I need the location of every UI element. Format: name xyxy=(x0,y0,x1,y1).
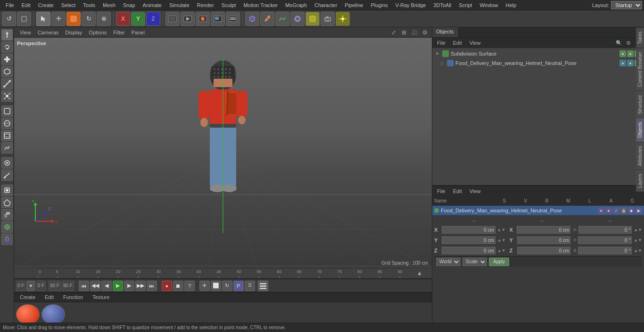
render-to-picture-button[interactable] xyxy=(211,12,225,26)
coord-y-arrow[interactable]: ▲▼ xyxy=(497,238,506,243)
tab-objects[interactable]: Objects xyxy=(432,27,458,37)
coord-p-input[interactable] xyxy=(578,236,632,244)
3d-viewport[interactable]: X Y Z Perspective Grid Spacing : 100 cm xyxy=(14,38,432,268)
uv-mode-button[interactable] xyxy=(1,130,13,141)
prev-frame-button[interactable]: ◀ xyxy=(101,281,112,291)
point-mode-button[interactable] xyxy=(1,90,13,102)
object-mode-button[interactable] xyxy=(1,105,13,117)
menu-motion-tracker[interactable]: Motion Tracker xyxy=(239,1,281,9)
layout-dropdown[interactable]: Startup xyxy=(611,1,642,9)
rotate-tool-button[interactable]: ↻ xyxy=(82,12,96,26)
selected-object-row[interactable]: Food_Delivery_Man_wearing_Helmet_Neutral… xyxy=(432,206,644,215)
menu-simulate[interactable]: Simulate xyxy=(165,1,193,9)
redo-button[interactable] xyxy=(17,12,31,26)
render-region-button[interactable] xyxy=(165,12,180,26)
apply-button[interactable]: Apply xyxy=(489,258,509,266)
viewport-menu-panel[interactable]: Panel xyxy=(129,29,148,36)
edge-mode-button[interactable] xyxy=(1,78,13,89)
object-food-delivery-man[interactable]: ▷ Food_Delivery_Man_wearing_Helmet_Neutr… xyxy=(439,58,643,68)
deformer-button[interactable] xyxy=(290,12,305,26)
obj-visibility-render[interactable]: ● xyxy=(627,50,634,57)
attr-vis-editor[interactable]: ● xyxy=(598,207,604,214)
coord-x-pos-input[interactable] xyxy=(442,226,495,234)
coord-z-pos-input[interactable] xyxy=(442,247,495,254)
attr-file-button[interactable]: File xyxy=(434,187,448,195)
step-back-button[interactable]: ◀◀ xyxy=(90,281,100,291)
coord-p-arrow[interactable]: ▲▼ xyxy=(634,238,642,243)
viewport-menu-display[interactable]: Display xyxy=(62,29,85,36)
move-mode-button[interactable] xyxy=(1,29,13,40)
side-tab-attributes[interactable]: Attributes xyxy=(636,142,644,170)
side-tab-objects[interactable]: Objects xyxy=(636,118,644,142)
menu-pipeline[interactable]: Pipeline xyxy=(341,1,367,9)
nurbs-button[interactable] xyxy=(275,12,289,26)
material-texture-button[interactable]: Texture xyxy=(90,293,112,301)
menu-mograph[interactable]: MoGraph xyxy=(281,1,311,9)
tool10-button[interactable] xyxy=(1,221,13,233)
coord-scale-dropdown[interactable]: Scale xyxy=(462,258,487,266)
objects-list[interactable]: ▼ Subdivision Surface ● ● ✓ ▷ Food_Deliv… xyxy=(432,48,644,185)
menu-mesh[interactable]: Mesh xyxy=(99,1,119,9)
side-tab-structure[interactable]: Structure xyxy=(636,91,644,118)
scale-tool-button[interactable] xyxy=(66,12,81,26)
menu-select[interactable]: Select xyxy=(58,1,80,9)
undo-button[interactable]: ↺ xyxy=(2,12,16,26)
coord-y-size-input[interactable] xyxy=(517,236,571,244)
next-frame-button[interactable]: ▶ xyxy=(124,281,134,291)
coord-z-arrow[interactable]: ▲▼ xyxy=(497,248,506,253)
coord-z-size-input[interactable] xyxy=(517,247,571,254)
attr-view-button[interactable]: View xyxy=(467,187,484,195)
pen-tool-button[interactable] xyxy=(260,12,274,26)
coord-b-input[interactable] xyxy=(578,247,632,254)
coord-h-arrow[interactable]: ▲▼ xyxy=(634,227,642,232)
timeline-ruler[interactable]: 0 5 10 15 20 25 30 35 40 xyxy=(14,268,432,279)
z-axis-button[interactable]: Z xyxy=(146,12,160,26)
material-function-button[interactable]: Function xyxy=(60,293,86,301)
menu-script[interactable]: Script xyxy=(455,1,476,9)
camera-button[interactable] xyxy=(321,12,335,26)
viewport-camera-icon[interactable]: 🎥 xyxy=(410,28,419,37)
attr-extra1[interactable]: ◆ xyxy=(628,207,635,214)
objects-file-button[interactable]: File xyxy=(434,39,448,47)
render-queue-button[interactable] xyxy=(226,12,240,26)
attr-lock[interactable]: 🔒 xyxy=(620,207,627,214)
tool7-button[interactable] xyxy=(1,185,13,196)
y-axis-button[interactable]: Y xyxy=(131,12,145,26)
render-viewport-button[interactable] xyxy=(181,12,195,26)
frame-step-down-button[interactable]: ▼ xyxy=(26,281,35,291)
step-forward-button[interactable]: ▶▶ xyxy=(135,281,146,291)
transform-tool-button[interactable]: ⊕ xyxy=(97,12,111,26)
playback-settings-button[interactable] xyxy=(258,281,268,291)
obj-visibility-editor[interactable]: ● xyxy=(619,50,626,57)
menu-create[interactable]: Create xyxy=(34,1,58,9)
move-tool-button[interactable]: ✛ xyxy=(51,12,66,26)
attr-vis-render[interactable]: ● xyxy=(605,207,612,214)
side-tab-layers[interactable]: Layers xyxy=(636,170,644,192)
viewport-grid-icon[interactable]: ⊞ xyxy=(400,28,408,37)
polygon-mode-button[interactable] xyxy=(1,66,13,77)
obj2-vis-render[interactable]: ● xyxy=(627,60,634,66)
timeline-settings-icon[interactable]: ▲ xyxy=(417,270,422,276)
menu-plugins[interactable]: Plugins xyxy=(367,1,391,9)
tool9-button[interactable] xyxy=(1,209,13,220)
key-all-button[interactable]: ? xyxy=(184,281,195,291)
render-active-button[interactable] xyxy=(196,12,210,26)
viewport-menu-view[interactable]: View xyxy=(17,29,34,36)
menu-tools[interactable]: Tools xyxy=(79,1,99,9)
auto-key-button[interactable]: ⏹ xyxy=(173,281,183,291)
x-axis-button[interactable]: X xyxy=(116,12,130,26)
tool11-button[interactable] xyxy=(1,234,13,245)
menu-character[interactable]: Character xyxy=(311,1,341,9)
light-button[interactable] xyxy=(336,12,350,26)
menu-3dtoall[interactable]: 3DToAll xyxy=(429,1,455,9)
attr-checkmark[interactable]: ✓ xyxy=(613,207,619,214)
coord-y-pos-input[interactable] xyxy=(442,236,495,244)
material-create-button[interactable]: Create xyxy=(17,293,38,301)
menu-sculpt[interactable]: Sculpt xyxy=(218,1,240,9)
viewport-menu-filter[interactable]: Filter xyxy=(110,29,127,36)
attr-edit-button[interactable]: Edit xyxy=(450,187,465,195)
record-button[interactable]: ● xyxy=(162,281,172,291)
viewport-menu-options[interactable]: Options xyxy=(86,29,109,36)
objects-search-icon[interactable]: 🔍 xyxy=(615,39,623,47)
menu-help[interactable]: Help xyxy=(502,1,520,9)
